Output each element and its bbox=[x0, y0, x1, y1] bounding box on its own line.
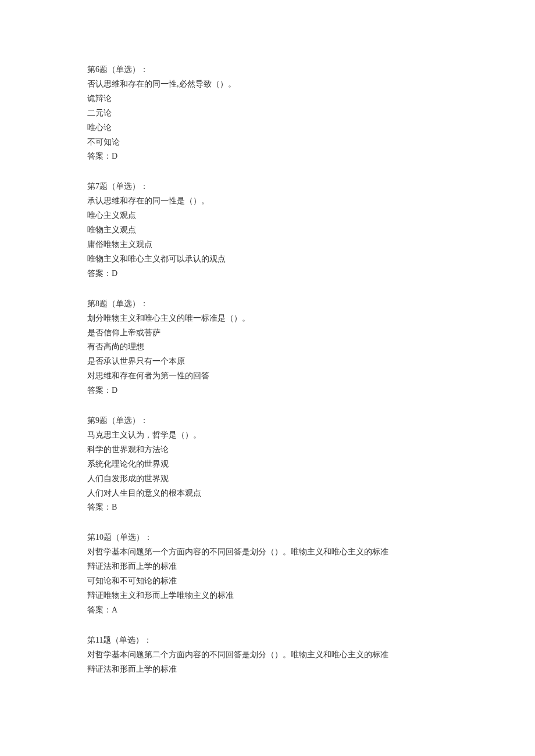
question-option: 系统化理论化的世界观 bbox=[87, 457, 448, 472]
question-prompt: 承认思维和存在的同一性是（）。 bbox=[87, 194, 448, 209]
question-option: 辩证唯物主义和形而上学唯物主义的标准 bbox=[87, 589, 448, 603]
question-header: 第6题（单选）： bbox=[87, 63, 448, 77]
question-prompt: 马克思主义认为，哲学是（）。 bbox=[87, 428, 448, 443]
question-option: 二元论 bbox=[87, 106, 448, 121]
question-block: 第11题（单选）：对哲学基本问题第二个方面内容的不同回答是划分（）。唯物主义和唯… bbox=[87, 633, 448, 677]
question-block: 第10题（单选）：对哲学基本问题第一个方面内容的不同回答是划分（）。唯物主义和唯… bbox=[87, 531, 448, 617]
question-option: 辩证法和形而上学的标准 bbox=[87, 662, 448, 677]
question-answer: 答案：B bbox=[87, 500, 448, 515]
question-header: 第7题（单选）： bbox=[87, 180, 448, 194]
question-option: 对思维和存在何者为第一性的回答 bbox=[87, 369, 448, 384]
question-option: 人们自发形成的世界观 bbox=[87, 472, 448, 486]
question-option: 可知论和不可知论的标准 bbox=[87, 574, 448, 589]
question-block: 第9题（单选）：马克思主义认为，哲学是（）。科学的世界观和方法论系统化理论化的世… bbox=[87, 414, 448, 515]
question-option: 诡辩论 bbox=[87, 92, 448, 106]
question-header: 第8题（单选）： bbox=[87, 297, 448, 311]
question-header: 第9题（单选）： bbox=[87, 414, 448, 428]
question-answer: 答案：D bbox=[87, 267, 448, 281]
question-prompt: 对哲学基本问题第二个方面内容的不同回答是划分（）。唯物主义和唯心主义的标准 bbox=[87, 648, 448, 662]
question-option: 不可知论 bbox=[87, 135, 448, 150]
question-block: 第8题（单选）：划分唯物主义和唯心主义的唯一标准是（）。是否信仰上帝或菩萨有否高… bbox=[87, 297, 448, 398]
question-prompt: 划分唯物主义和唯心主义的唯一标准是（）。 bbox=[87, 311, 448, 326]
document-content: 第6题（单选）：否认思维和存在的同一性,必然导致（）。诡辩论二元论唯心论不可知论… bbox=[87, 63, 448, 677]
question-answer: 答案：D bbox=[87, 384, 448, 398]
question-prompt: 否认思维和存在的同一性,必然导致（）。 bbox=[87, 77, 448, 92]
question-option: 人们对人生目的意义的根本观点 bbox=[87, 486, 448, 501]
question-option: 有否高尚的理想 bbox=[87, 340, 448, 354]
question-block: 第6题（单选）：否认思维和存在的同一性,必然导致（）。诡辩论二元论唯心论不可知论… bbox=[87, 63, 448, 164]
question-block: 第7题（单选）：承认思维和存在的同一性是（）。唯心主义观点唯物主义观点庸俗唯物主… bbox=[87, 180, 448, 281]
question-option: 唯心论 bbox=[87, 121, 448, 135]
question-header: 第11题（单选）： bbox=[87, 633, 448, 648]
question-option: 唯心主义观点 bbox=[87, 209, 448, 223]
question-option: 是否承认世界只有一个本原 bbox=[87, 354, 448, 369]
question-option: 唯物主义观点 bbox=[87, 223, 448, 238]
question-option: 科学的世界观和方法论 bbox=[87, 443, 448, 457]
question-option: 是否信仰上帝或菩萨 bbox=[87, 326, 448, 341]
question-prompt: 对哲学基本问题第一个方面内容的不同回答是划分（）。唯物主义和唯心主义的标准 bbox=[87, 545, 448, 560]
question-answer: 答案：D bbox=[87, 149, 448, 164]
question-answer: 答案：A bbox=[87, 603, 448, 618]
question-option: 庸俗唯物主义观点 bbox=[87, 238, 448, 252]
question-header: 第10题（单选）： bbox=[87, 531, 448, 545]
question-option: 辩证法和形而上学的标准 bbox=[87, 560, 448, 574]
question-option: 唯物主义和唯心主义都可以承认的观点 bbox=[87, 252, 448, 267]
